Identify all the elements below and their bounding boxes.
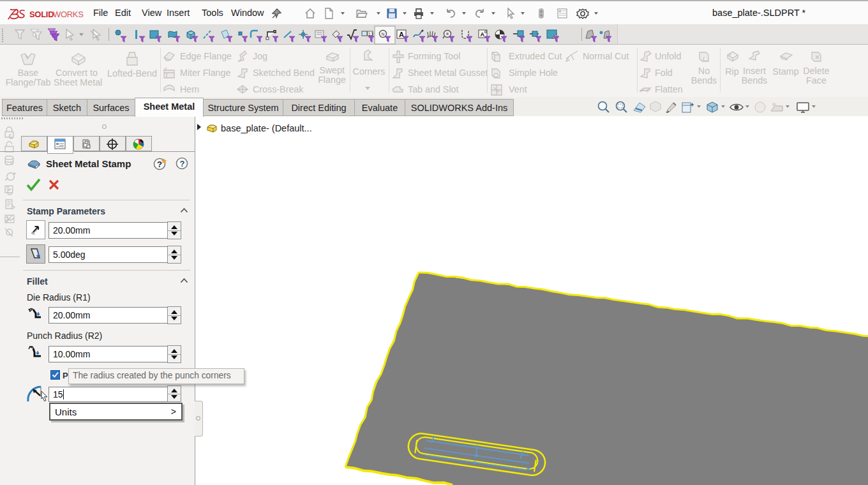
svg-text:SOLID: SOLID xyxy=(29,10,54,19)
svg-text:WORKS: WORKS xyxy=(53,10,84,19)
svg-text:N: N xyxy=(382,32,385,36)
svg-text:13: 13 xyxy=(368,32,373,36)
svg-text:?: ? xyxy=(180,159,185,168)
svg-text:?: ? xyxy=(157,160,162,169)
